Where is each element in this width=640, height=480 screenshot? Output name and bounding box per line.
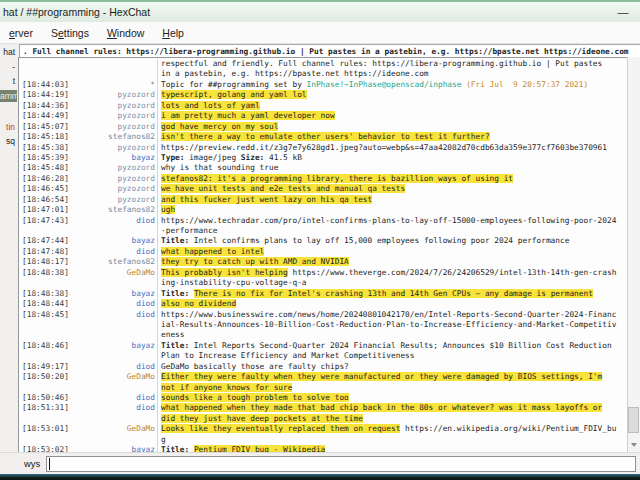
chat-line: in a pastebin, e.g. https://bpaste.net h… (19, 69, 627, 79)
menu-item-erver[interactable]: erver (0, 25, 42, 41)
nickname (71, 278, 155, 288)
url-link[interactable]: https://en.wikipedia.org/wiki/Pentium_FD… (400, 424, 616, 433)
message-text: This probably isn't helping https://www.… (157, 268, 627, 278)
message-segment: i am pretty much a yaml developer now (161, 111, 335, 120)
message-text: why is that sounding true (157, 163, 627, 173)
nickname (71, 226, 155, 236)
nickname (71, 320, 155, 330)
message-segment: eness (161, 330, 184, 339)
nickname[interactable]: diod (71, 362, 155, 372)
message-segment: isn't there a way to emulate other users… (161, 132, 490, 141)
nickname (71, 59, 155, 69)
message-segment: ial-Results-Announces-10-Billion-Cost-Re… (161, 320, 616, 329)
timestamp (19, 226, 71, 236)
message-text: typescript, golang and yaml lol (157, 90, 627, 100)
timestamp: [18:45:39] (19, 153, 71, 163)
menu-item-settings[interactable]: Settings (42, 25, 98, 41)
nickname[interactable]: stefanos82 (71, 132, 155, 142)
chat-scrollbar[interactable] (627, 57, 640, 453)
message-text: Either they were faulty when they were m… (157, 372, 627, 382)
nickname[interactable]: pyzozord (71, 101, 155, 111)
timestamp: [18:53:01] (19, 424, 71, 434)
channel-tree-item[interactable]: sq (6, 136, 15, 146)
channel-tree-item[interactable]: amm (0, 90, 17, 102)
channel-tree-item[interactable]: t (13, 76, 15, 86)
nickname (71, 351, 155, 361)
nickname[interactable]: diod (71, 216, 155, 226)
chat-line: [18:45:18]stefanos82isn't there a way to… (19, 132, 627, 142)
title-bar[interactable]: hat / ##programming - HexChat — (0, 0, 640, 22)
message-segment: why is that sounding true (161, 163, 278, 172)
menu-item-help[interactable]: Help (153, 25, 193, 41)
message-text: lots and lots of yaml (157, 101, 627, 111)
nickname[interactable]: pyzozord (71, 163, 155, 173)
chat-line: [18:45:38]pyzozordhttps://preview.redd.i… (19, 143, 627, 153)
chat-line: [18:47:01]stefanos82ugh (19, 205, 627, 215)
scroll-down-icon[interactable] (631, 443, 637, 447)
nickname[interactable]: bayaz (71, 289, 155, 299)
hexchat-window: hat / ##programming - HexChat — erverSet… (0, 0, 640, 480)
url-link[interactable]: https://www.techradar.com/pro/intel-conf… (161, 216, 616, 225)
channel-tree-item[interactable]: tin (6, 122, 15, 132)
nickname (71, 414, 155, 424)
nickname (71, 435, 155, 445)
nickname[interactable]: diod (71, 393, 155, 403)
message-segment: Plan to Increase Efficiency and Market C… (161, 351, 414, 360)
message-segment: lots and lots of yaml (161, 101, 260, 110)
channel-tree-item[interactable]: - (12, 62, 15, 72)
message-text: and this fucker just went lazy on his qa… (157, 195, 627, 205)
url-link[interactable]: https://preview.redd.it/z3g7e7y628gd1.jp… (161, 143, 607, 152)
nickname[interactable]: bayaz (71, 341, 155, 351)
nickname[interactable]: pyzozord (71, 143, 155, 153)
message-segment: god have mercy on my soul (161, 122, 278, 131)
url-link[interactable]: https://www.businesswire.com/news/home/2… (161, 310, 616, 319)
nickname[interactable]: pyzozord (71, 174, 155, 184)
timestamp: [18:44:36] (19, 101, 71, 111)
url-link[interactable]: https://www.theverge.com/2024/7/26/24206… (288, 268, 617, 277)
timestamp: [18:48:38] (19, 268, 71, 278)
timestamp: [18:45:07] (19, 122, 71, 132)
message-segment: Title: (161, 289, 189, 298)
nickname[interactable]: pyzozord (71, 184, 155, 194)
menu-bar: erverSettingsWindowHelp (0, 22, 640, 44)
minimize-icon[interactable]: — (610, 3, 636, 20)
nickname[interactable]: GeDaMo (71, 372, 155, 382)
message-text: god have mercy on my soul (157, 122, 627, 132)
nickname[interactable]: diod (71, 299, 155, 309)
nickname[interactable]: bayaz (71, 153, 155, 163)
chat-area: respectful and friendly. Full channel ru… (18, 57, 640, 453)
message-segment: did they just have deep pockets at the t… (161, 414, 363, 423)
channel-tree-item[interactable]: hat (3, 47, 15, 57)
timestamp: [18:50:46] (19, 393, 71, 403)
chat-line: [18:46:45]pyzozordwe have unit tests and… (19, 184, 627, 194)
message-text: Looks like they eventually replaced them… (157, 424, 627, 434)
chat-line: [18:44:49]pyzozordi am pretty much a yam… (19, 111, 627, 121)
message-input[interactable] (46, 456, 636, 472)
chat-line: [18:50:20]GeDaMoEither they were faulty … (19, 372, 627, 382)
message-text: did they just have deep pockets at the t… (157, 414, 627, 424)
nickname[interactable]: pyzozord (71, 195, 155, 205)
message-text: ugh (157, 205, 627, 215)
message-segment: InPhase!~InPhase@openscad/inphase (307, 80, 462, 89)
scrollbar-thumb[interactable] (628, 407, 639, 433)
nickname[interactable]: diod (71, 403, 155, 413)
message-segment: Intel Reports Second-Quarter 2024 Financ… (189, 341, 611, 350)
timestamp: [18:48:17] (19, 257, 71, 267)
nickname[interactable]: pyzozord (71, 111, 155, 121)
chat-line: [18:51:31]diodwhat happened when they ma… (19, 403, 627, 413)
nickname[interactable]: GeDaMo (71, 268, 155, 278)
nickname[interactable]: pyzozord (71, 122, 155, 132)
nickname[interactable]: bayaz (71, 236, 155, 246)
nickname[interactable]: diod (71, 247, 155, 257)
nickname[interactable]: stefanos82 (71, 257, 155, 267)
message-segment: in a pastebin, e.g. https://bpaste.net h… (161, 69, 429, 78)
nickname[interactable]: diod (71, 310, 155, 320)
message-segment: what happened when they made that bad ch… (161, 403, 602, 412)
nickname[interactable]: GeDaMo (71, 424, 155, 434)
nick-button[interactable]: wys (0, 458, 46, 469)
timestamp: [18:51:31] (19, 403, 71, 413)
menu-item-window[interactable]: Window (98, 25, 153, 41)
nickname[interactable]: stefanos82 (71, 205, 155, 215)
chat-line: [18:46:54]pyzozordand this fucker just w… (19, 195, 627, 205)
nickname[interactable]: pyzozord (71, 90, 155, 100)
